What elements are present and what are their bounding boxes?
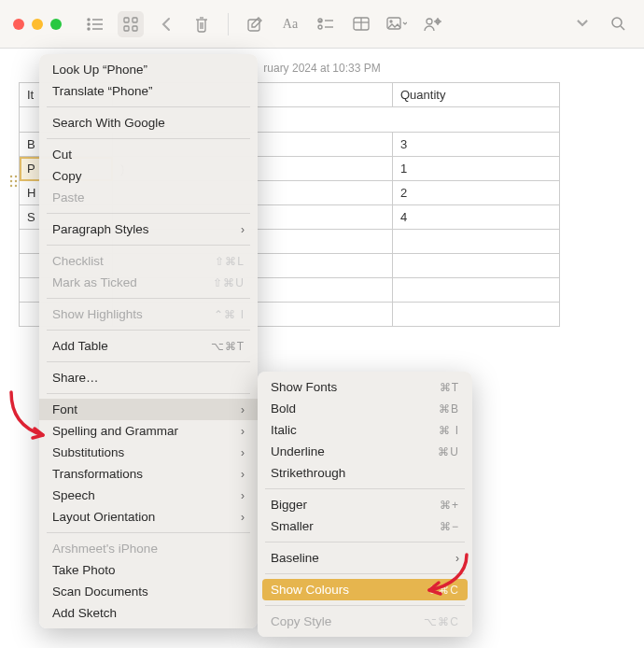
menu-item-copy[interactable]: Copy — [39, 165, 258, 187]
chevron-right-icon: › — [241, 223, 245, 236]
table-cell[interactable]: Quantity — [393, 83, 560, 107]
menu-separator — [47, 106, 250, 107]
menu-item-label: Strikethrough — [271, 466, 345, 480]
menu-item-transformations[interactable]: Transformations› — [39, 463, 258, 485]
menu-item-translate-phone[interactable]: Translate “Phone” — [39, 80, 258, 102]
menu-item-speech[interactable]: Speech› — [39, 485, 258, 506]
compose-icon[interactable] — [242, 11, 268, 37]
menu-item-show-colours[interactable]: Show Colours⇧⌘C — [262, 579, 468, 600]
menu-item-share[interactable]: Share… — [39, 367, 258, 388]
toolbar-separator — [228, 13, 229, 35]
menu-item-label: Translate “Phone” — [52, 84, 153, 98]
svg-point-26 — [612, 18, 622, 27]
menu-item-bold[interactable]: Bold⌘B — [258, 398, 472, 419]
table-cell[interactable]: 3 — [393, 133, 560, 157]
menu-item-spelling-and-grammar[interactable]: Spelling and Grammar› — [39, 420, 258, 442]
menu-item-add-sketch[interactable]: Add Sketch — [39, 602, 258, 624]
menu-item-label: Font — [52, 402, 77, 416]
menu-item-substitutions[interactable]: Substitutions› — [39, 442, 258, 463]
svg-rect-9 — [133, 26, 137, 31]
menu-item-label: Paragraph Styles — [52, 222, 149, 236]
trash-icon[interactable] — [189, 11, 215, 37]
svg-point-30 — [10, 180, 12, 182]
svg-point-21 — [390, 21, 392, 22]
menu-item-scan-documents[interactable]: Scan Documents — [39, 581, 258, 602]
more-icon[interactable] — [569, 11, 595, 37]
svg-point-29 — [15, 176, 17, 177]
search-icon[interactable] — [605, 11, 631, 37]
chevron-right-icon: › — [241, 446, 245, 459]
menu-separator — [265, 573, 465, 574]
chevron-right-icon: › — [241, 403, 245, 416]
close-window-button[interactable] — [13, 19, 24, 30]
svg-point-1 — [88, 23, 90, 25]
svg-point-0 — [88, 19, 90, 21]
fullscreen-window-button[interactable] — [50, 19, 62, 30]
menu-separator — [47, 213, 250, 214]
menu-item-label: Cut — [52, 148, 72, 162]
table-cell[interactable] — [393, 254, 560, 278]
svg-point-22 — [427, 19, 432, 24]
menu-item-label: Share… — [52, 371, 99, 385]
menu-separator — [265, 488, 465, 489]
font-submenu[interactable]: Show Fonts⌘TBold⌘BItalic⌘ IUnderline⌘USt… — [258, 372, 472, 637]
table-cell[interactable] — [393, 303, 560, 327]
format-text-icon[interactable]: Aa — [277, 11, 303, 37]
menu-item-paragraph-styles[interactable]: Paragraph Styles› — [39, 218, 258, 240]
table-cell[interactable] — [393, 230, 560, 254]
menu-item-label: Transformations — [52, 467, 143, 481]
menu-separator — [265, 605, 465, 606]
menu-item-bigger[interactable]: Bigger⌘+ — [258, 494, 472, 515]
context-menu[interactable]: Look Up “Phone”Translate “Phone”Search W… — [39, 54, 258, 628]
table-cell[interactable]: 4 — [393, 205, 560, 230]
menu-item-label: Copy — [52, 169, 82, 183]
menu-item-strikethrough[interactable]: Strikethrough — [258, 462, 472, 484]
svg-point-32 — [10, 185, 12, 187]
menu-item-take-photo[interactable]: Take Photo — [39, 559, 258, 581]
menu-item-italic[interactable]: Italic⌘ I — [258, 419, 472, 441]
menu-shortcut: ⌘U — [438, 445, 459, 458]
menu-item-baseline[interactable]: Baseline› — [258, 547, 472, 569]
collaborate-icon[interactable] — [419, 11, 445, 37]
menu-item-font[interactable]: Font› — [39, 399, 258, 420]
table-icon[interactable] — [348, 11, 374, 37]
list-view-icon[interactable] — [82, 11, 108, 37]
menu-shortcut: ⌥⌘C — [424, 615, 459, 628]
menu-item-smaller[interactable]: Smaller⌘− — [258, 515, 472, 537]
menu-item-cut[interactable]: Cut — [39, 144, 258, 165]
table-cell[interactable]: 2 — [393, 181, 560, 205]
menu-item-search-with-google[interactable]: Search With Google — [39, 112, 258, 134]
menu-item-layout-orientation[interactable]: Layout Orientation› — [39, 506, 258, 528]
menu-item-label: Scan Documents — [52, 585, 148, 599]
minimize-window-button[interactable] — [32, 19, 43, 30]
svg-line-27 — [621, 26, 624, 30]
chevron-right-icon: › — [455, 552, 459, 565]
back-icon[interactable] — [153, 11, 179, 37]
media-icon[interactable] — [384, 11, 410, 37]
menu-item-label: Copy Style — [271, 614, 331, 628]
menu-item-label: Bigger — [271, 498, 307, 512]
menu-item-label: Spelling and Grammar — [52, 424, 178, 438]
menu-separator — [47, 298, 250, 299]
checklist-icon[interactable] — [313, 11, 339, 37]
grid-view-icon[interactable] — [118, 11, 144, 37]
menu-shortcut: ⌘+ — [440, 499, 459, 512]
menu-separator — [47, 361, 250, 362]
menu-item-underline[interactable]: Underline⌘U — [258, 441, 472, 462]
svg-rect-12 — [248, 20, 259, 31]
row-drag-handle[interactable] — [9, 172, 19, 190]
table-cell[interactable] — [393, 278, 560, 303]
menu-item-checklist: Checklist⇧⌘L — [39, 250, 258, 272]
table-cell[interactable]: 1 — [393, 157, 560, 181]
menu-shortcut: ⌘T — [440, 381, 459, 394]
menu-item-look-up-phone[interactable]: Look Up “Phone” — [39, 59, 258, 80]
svg-point-31 — [15, 180, 17, 182]
menu-item-add-table[interactable]: Add Table⌥⌘T — [39, 335, 258, 357]
chevron-right-icon: › — [241, 511, 245, 524]
svg-point-28 — [10, 176, 12, 177]
menu-item-show-fonts[interactable]: Show Fonts⌘T — [258, 376, 472, 398]
menu-separator — [47, 245, 250, 246]
menu-separator — [265, 542, 465, 542]
chevron-right-icon: › — [241, 425, 245, 438]
menu-item-copy-style: Copy Style⌥⌘C — [258, 611, 472, 632]
